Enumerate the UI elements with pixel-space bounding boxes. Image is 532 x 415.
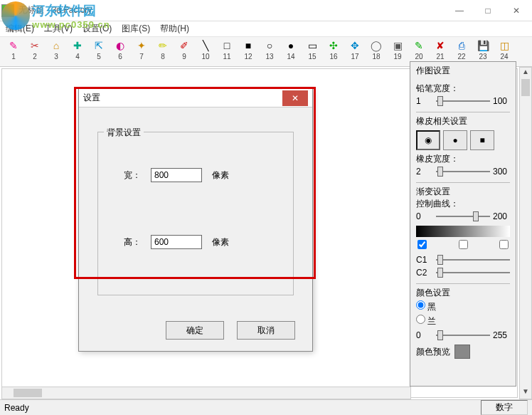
cancel-button[interactable]: 取消 xyxy=(237,321,295,340)
menu-library[interactable]: 图库(S) xyxy=(119,21,153,36)
tool-icon: ◐ xyxy=(113,38,127,53)
toolbar-item-3[interactable]: ⌂3 xyxy=(47,38,65,66)
group-title: 背景设置 xyxy=(104,127,144,139)
tool-icon: ✦ xyxy=(134,38,149,53)
toolbar-item-6[interactable]: ◐6 xyxy=(111,38,129,66)
tool-icon: ✘ xyxy=(433,38,447,53)
width-label: 宽： xyxy=(124,169,141,182)
toolbar-item-4[interactable]: ✚4 xyxy=(68,38,87,66)
grad-min: 0 xyxy=(416,211,433,221)
menu-settings[interactable]: 设置(O) xyxy=(80,21,115,36)
tool-number: 1 xyxy=(11,53,16,61)
menu-edit[interactable]: 编辑(E) xyxy=(3,21,37,36)
pencil-slider[interactable] xyxy=(436,95,490,107)
eraser-shape-round[interactable]: ● xyxy=(443,130,467,150)
maximize-button[interactable]: □ xyxy=(474,1,502,21)
toolbar-item-14[interactable]: ●14 xyxy=(282,38,300,66)
toolbar-item-8[interactable]: ✏8 xyxy=(154,38,172,66)
tool-icon: ◫ xyxy=(497,38,511,53)
height-row: 高： 像素 xyxy=(124,235,229,249)
gradient-check-2[interactable] xyxy=(459,240,468,249)
toolbar-item-1[interactable]: ✎1 xyxy=(4,38,23,66)
gradient-check-3[interactable] xyxy=(499,240,509,249)
toolbar-item-7[interactable]: ✦7 xyxy=(132,38,151,66)
radio-blue[interactable]: 兰 xyxy=(416,315,510,327)
status-left: Ready xyxy=(4,403,29,413)
toolbar-item-16[interactable]: ✣16 xyxy=(324,38,343,66)
preview-label: 颜色预览 xyxy=(416,346,450,358)
toolbar-item-10[interactable]: ╲10 xyxy=(196,38,215,66)
toolbar-item-19[interactable]: ▣19 xyxy=(388,38,407,66)
height-input[interactable] xyxy=(151,235,202,249)
minimize-button[interactable]: ― xyxy=(445,1,474,21)
tool-number: 6 xyxy=(118,53,122,61)
gradient-section: 渐变设置 控制曲线： 0 200 C1 C2 xyxy=(416,182,510,279)
tool-number: 8 xyxy=(161,53,165,61)
eraser-width-label: 橡皮宽度： xyxy=(416,153,510,165)
tool-icon: ▭ xyxy=(305,38,319,53)
color-section-label: 颜色设置 xyxy=(416,287,510,299)
window-title: 无标题 - 3d Factory xyxy=(18,4,445,16)
radio-black[interactable]: 黑 xyxy=(416,300,510,313)
scroll-thumb[interactable] xyxy=(521,79,530,96)
eraser-max: 300 xyxy=(493,167,510,177)
tool-icon: ⎙ xyxy=(454,38,469,53)
tool-number: 13 xyxy=(265,53,273,61)
scroll-down-icon[interactable]: ▼ xyxy=(520,387,531,399)
tool-number: 23 xyxy=(479,53,486,61)
toolbar-item-17[interactable]: ✥17 xyxy=(346,38,364,66)
toolbar-item-18[interactable]: ◯18 xyxy=(367,38,385,66)
c2-slider[interactable] xyxy=(436,266,510,279)
menu-tools[interactable]: 工具(V) xyxy=(41,21,75,36)
c1-slider[interactable] xyxy=(436,253,510,266)
tool-number: 12 xyxy=(244,53,252,61)
toolbar-item-2[interactable]: ✂2 xyxy=(26,38,44,66)
gradient-slider[interactable] xyxy=(436,210,490,223)
settings-dialog: 设置 ✕ 背景设置 宽： 像素 高： 像素 确定 取消 xyxy=(78,88,313,352)
tool-icon: ╲ xyxy=(198,38,213,53)
tool-number: 5 xyxy=(97,53,101,61)
color-max: 255 xyxy=(493,330,510,340)
curve-label: 控制曲线： xyxy=(416,198,510,210)
dialog-close-button[interactable]: ✕ xyxy=(282,90,308,106)
eraser-section-label: 橡皮相关设置 xyxy=(416,115,510,127)
menu-help[interactable]: 帮助(H) xyxy=(157,21,192,36)
tool-number: 9 xyxy=(182,53,186,61)
dialog-titlebar[interactable]: 设置 ✕ xyxy=(79,89,312,107)
eraser-shape-square[interactable]: ■ xyxy=(470,130,494,150)
tool-number: 19 xyxy=(393,53,401,61)
hscroll-thumb[interactable] xyxy=(14,389,42,397)
width-input[interactable] xyxy=(151,168,202,182)
eraser-slider[interactable] xyxy=(436,165,490,178)
tool-number: 22 xyxy=(457,53,465,61)
toolbar-item-13[interactable]: ○13 xyxy=(260,38,279,66)
pencil-section: 铅笔宽度： 1 100 xyxy=(416,80,510,107)
height-unit: 像素 xyxy=(212,236,229,248)
color-slider[interactable] xyxy=(436,329,490,342)
tool-icon: ✏ xyxy=(156,38,170,53)
vertical-scrollbar[interactable]: ▲ ▼ xyxy=(519,67,532,399)
tool-number: 24 xyxy=(500,53,508,61)
toolbar-item-11[interactable]: □11 xyxy=(218,38,236,66)
toolbar-item-15[interactable]: ▭15 xyxy=(303,38,321,66)
toolbar-item-12[interactable]: ■12 xyxy=(239,38,257,66)
color-swatch xyxy=(454,345,470,359)
pencil-width-label: 铅笔宽度： xyxy=(416,83,510,95)
grad-max: 200 xyxy=(493,211,510,221)
c1-label: C1 xyxy=(416,255,433,265)
status-right: 数字 xyxy=(481,400,528,415)
scroll-up-icon[interactable]: ▲ xyxy=(520,68,531,79)
pencil-max: 100 xyxy=(493,96,510,106)
eraser-shape-soft[interactable]: ◉ xyxy=(416,130,440,150)
statusbar: Ready 数字 xyxy=(0,399,532,415)
ok-button[interactable]: 确定 xyxy=(166,321,224,340)
tool-icon: ○ xyxy=(262,38,277,53)
toolbar-item-9[interactable]: ✐9 xyxy=(175,38,193,66)
tool-number: 15 xyxy=(308,53,316,61)
horizontal-scrollbar[interactable] xyxy=(1,387,411,399)
width-row: 宽： 像素 xyxy=(124,168,229,182)
pencil-min: 1 xyxy=(416,96,433,106)
toolbar-item-5[interactable]: ⇱5 xyxy=(90,38,108,66)
close-button[interactable]: ✕ xyxy=(502,1,531,21)
gradient-check-1[interactable] xyxy=(417,240,427,249)
